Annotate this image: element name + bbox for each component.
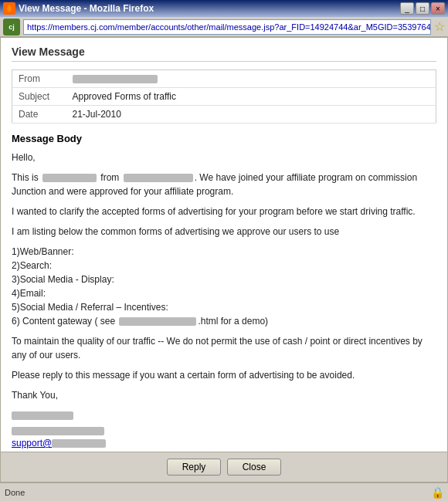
window-title: View Message - Mozilla Firefox <box>19 3 154 14</box>
title-bar-left: View Message - Mozilla Firefox <box>3 2 154 15</box>
signature-block: support@ AIM : <box>12 408 436 452</box>
status-bar: Done 🔒 <box>0 482 448 501</box>
line1-prefix: This is <box>12 172 41 183</box>
line1-from: from <box>100 172 121 183</box>
advertising-list: 1)Web/Banner: 2)Search: 3)Social Media -… <box>12 245 436 328</box>
intro-paragraph: This is from . We have joined your affil… <box>12 171 436 198</box>
subject-label: Subject <box>12 88 66 106</box>
toolbar: cj https://members.cj.com/member/account… <box>0 17 448 37</box>
date-row: Date 21-Jul-2010 <box>12 106 436 124</box>
page-content: View Message From Subject Approved Forms… <box>1 38 447 452</box>
date-value: 21-Jul-2010 <box>66 106 436 124</box>
from-label: From <box>12 70 66 88</box>
maximize-button[interactable]: □ <box>416 2 429 15</box>
support-prefix: support@ <box>12 438 52 449</box>
quality-para: To maintain the quality of our traffic -… <box>12 334 436 362</box>
firefox-icon <box>3 2 15 15</box>
from-row: From <box>12 70 436 88</box>
title-bar: View Message - Mozilla Firefox _ □ × <box>0 0 448 17</box>
browser-content: View Message From Subject Approved Forms… <box>0 37 448 482</box>
action-bar: Reply Close <box>1 452 447 482</box>
message-body-title: Message Body <box>12 133 436 144</box>
address-bar[interactable]: https://members.cj.com/member/accounts/o… <box>23 19 431 35</box>
support-domain-redacted <box>52 439 106 448</box>
support-email[interactable]: support@ <box>12 438 106 449</box>
sig-name-redacted <box>12 411 73 420</box>
clarify-para: I wanted to clarify the accepted forms o… <box>12 205 436 218</box>
reply-button[interactable]: Reply <box>167 459 221 476</box>
message-header-table: From Subject Approved Forms of traffic D… <box>12 69 436 124</box>
message-body: Hello, This is from . We have joined you… <box>12 151 436 452</box>
subject-value: Approved Forms of traffic <box>66 88 436 106</box>
from-value <box>66 70 436 88</box>
minimize-button[interactable]: _ <box>400 2 414 15</box>
reply-request-para: Please reply to this message if you want… <box>12 368 436 382</box>
page-title: View Message <box>12 46 436 62</box>
cj-logo: cj <box>3 19 20 36</box>
sign-off: Thank You, <box>12 388 436 402</box>
lock-icon: 🔒 <box>431 486 443 499</box>
sig-company-redacted <box>12 427 104 435</box>
greeting: Hello, <box>12 151 436 164</box>
content-gateway-url-redacted <box>119 317 196 326</box>
bookmark-star-icon[interactable]: ☆ <box>434 19 445 34</box>
window-controls[interactable]: _ □ × <box>400 2 445 15</box>
from-redacted <box>73 75 158 83</box>
date-label: Date <box>12 106 66 124</box>
url-text: https://members.cj.com/member/accounts/o… <box>27 22 431 32</box>
close-button[interactable]: Close <box>227 459 281 476</box>
sender-name-redacted <box>42 174 97 182</box>
close-button[interactable]: × <box>431 2 445 15</box>
subject-row: Subject Approved Forms of traffic <box>12 88 436 106</box>
listing-intro: I am listing below the common forms of a… <box>12 225 436 239</box>
status-text: Done <box>5 488 25 497</box>
sender-company-redacted <box>124 174 193 182</box>
